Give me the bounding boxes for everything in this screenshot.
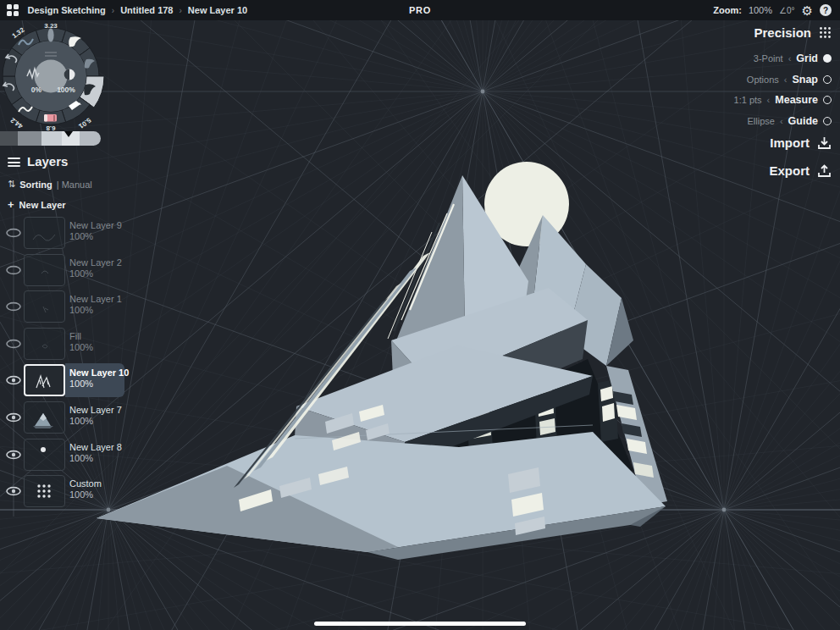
import-button[interactable]: Import xyxy=(770,135,832,150)
tool-size-label: 3.23 xyxy=(44,22,58,30)
layer-name: New Layer 7 xyxy=(69,405,122,416)
eraser-tool-icon xyxy=(44,114,57,122)
new-layer-label: New Layer xyxy=(19,200,66,210)
chevron-left-icon: ‹ xyxy=(788,53,792,64)
layer-visible-eye-icon[interactable] xyxy=(5,449,22,461)
grid-active-indicator[interactable] xyxy=(823,54,832,63)
layer-row[interactable]: Fill 100% xyxy=(0,328,135,362)
layer-name: New Layer 1 xyxy=(69,294,122,305)
pen-tool-icon xyxy=(47,29,53,42)
layer-thumbnail[interactable] xyxy=(24,439,65,471)
layer-opacity: 100% xyxy=(69,268,122,279)
layers-menu-icon[interactable] xyxy=(8,158,20,169)
breadcrumb-document[interactable]: Untitled 178 xyxy=(120,5,173,15)
precision-title: Precision xyxy=(754,25,811,40)
breadcrumb-separator: › xyxy=(180,6,182,15)
breadcrumb-separator: › xyxy=(112,6,114,15)
layer-hidden-eye-icon[interactable] xyxy=(5,301,22,312)
zoom-value[interactable]: 100% xyxy=(749,5,772,15)
shade-slider[interactable] xyxy=(0,131,101,146)
snap-inactive-indicator[interactable] xyxy=(823,75,832,84)
canvas-artwork xyxy=(97,162,667,560)
opacity-max-label: 100% xyxy=(57,86,75,94)
layer-name: New Layer 2 xyxy=(69,257,122,268)
sorting-mode: | Manual xyxy=(57,180,92,190)
tool-wheel[interactable]: 0% 100% 3.23 1.32 5.01 6.8 44.2 xyxy=(0,17,110,135)
primary-option[interactable]: Measure xyxy=(775,94,818,106)
layer-visible-eye-icon[interactable] xyxy=(5,412,22,423)
layer-thumbnail[interactable] xyxy=(24,328,65,360)
sorting-label: Sorting xyxy=(19,180,52,190)
layer-hidden-eye-icon[interactable] xyxy=(5,338,22,350)
layer-row-selected[interactable]: New Layer 10 100% xyxy=(0,364,135,398)
guide-inactive-indicator[interactable] xyxy=(823,117,832,125)
sorting-control[interactable]: ⇅ Sorting | Manual xyxy=(8,179,92,190)
layer-opacity: 100% xyxy=(69,379,129,390)
layer-thumbnail[interactable] xyxy=(24,290,65,323)
layer-row[interactable]: New Layer 2 100% xyxy=(0,254,135,288)
home-indicator[interactable] xyxy=(314,622,526,626)
top-bar: Design Sketching › Untitled 178 › New La… xyxy=(0,0,840,20)
precision-grid-icon[interactable] xyxy=(819,26,832,39)
layer-hidden-eye-icon[interactable] xyxy=(5,227,22,239)
layer-thumbnail[interactable] xyxy=(24,401,65,434)
secondary-option[interactable]: 3-Point xyxy=(754,53,783,64)
sort-arrows-icon: ⇅ xyxy=(8,179,15,190)
secondary-option[interactable]: Options xyxy=(747,75,779,85)
layer-row[interactable]: New Layer 8 100% xyxy=(0,439,135,472)
redo-button[interactable] xyxy=(2,79,17,94)
precision-row-measure[interactable]: 1:1 pts ‹ Measure xyxy=(734,93,832,106)
tool-size-label: 5.01 xyxy=(77,116,92,130)
secondary-option[interactable]: Ellipse xyxy=(748,116,775,126)
layer-opacity: 100% xyxy=(69,416,122,427)
import-icon xyxy=(817,135,832,150)
layer-name: New Layer 10 xyxy=(69,368,129,379)
measure-inactive-indicator[interactable] xyxy=(823,96,832,104)
plus-icon: + xyxy=(8,199,14,210)
opacity-min-label: 0% xyxy=(31,86,42,94)
layers-panel: Layers ⇅ Sorting | Manual + New Layer Ne… xyxy=(0,151,135,515)
chevron-left-icon: ‹ xyxy=(780,116,783,126)
layer-name: Custom xyxy=(69,478,102,489)
help-icon[interactable]: ? xyxy=(820,4,832,16)
layer-thumbnail[interactable] xyxy=(24,475,65,507)
layer-row[interactable]: Custom 100% xyxy=(0,475,135,509)
precision-row-guide[interactable]: Ellipse ‹ Guide xyxy=(748,114,832,127)
layer-name: Fill xyxy=(69,331,93,342)
breadcrumb-layer[interactable]: New Layer 10 xyxy=(188,5,247,15)
settings-gear-icon[interactable]: ⚙ xyxy=(802,4,813,17)
export-icon xyxy=(817,163,832,178)
layer-row[interactable]: New Layer 7 100% xyxy=(0,401,135,435)
layer-name: New Layer 9 xyxy=(69,220,122,231)
zoom-label: Zoom: xyxy=(713,5,742,15)
export-button[interactable]: Export xyxy=(769,163,832,178)
new-layer-button[interactable]: + New Layer xyxy=(8,199,66,210)
primary-option[interactable]: Snap xyxy=(792,74,818,86)
layer-thumbnail[interactable] xyxy=(24,364,65,396)
primary-option[interactable]: Guide xyxy=(788,115,818,127)
layer-hidden-eye-icon[interactable] xyxy=(5,264,22,276)
layer-thumbnail[interactable] xyxy=(24,217,65,249)
layer-opacity: 100% xyxy=(69,231,122,242)
export-label: Export xyxy=(769,163,810,178)
layer-row[interactable]: New Layer 1 100% xyxy=(0,290,135,324)
shade-slider-notch[interactable] xyxy=(64,131,73,137)
layer-thumbnail[interactable] xyxy=(24,254,65,286)
app-grid-icon[interactable] xyxy=(7,4,19,16)
layer-visible-eye-icon[interactable] xyxy=(5,374,22,386)
layer-visible-eye-icon[interactable] xyxy=(5,485,22,497)
precision-row-snap[interactable]: Options ‹ Snap xyxy=(747,73,832,86)
chevron-left-icon: ‹ xyxy=(784,75,788,85)
layer-opacity: 100% xyxy=(69,453,122,464)
layer-name: New Layer 8 xyxy=(69,442,122,453)
layer-opacity: 100% xyxy=(69,489,102,500)
tool-size-label: 44.2 xyxy=(8,116,24,130)
primary-option[interactable]: Grid xyxy=(796,52,818,64)
undo-button[interactable] xyxy=(4,51,19,66)
layer-opacity: 100% xyxy=(69,305,122,316)
layer-row[interactable]: New Layer 9 100% xyxy=(0,217,135,251)
secondary-option[interactable]: 1:1 pts xyxy=(734,95,762,105)
precision-row-grid[interactable]: 3-Point ‹ Grid xyxy=(754,52,832,64)
rotation-value[interactable]: ∠0° xyxy=(779,6,795,15)
breadcrumb-gallery[interactable]: Design Sketching xyxy=(28,5,106,15)
